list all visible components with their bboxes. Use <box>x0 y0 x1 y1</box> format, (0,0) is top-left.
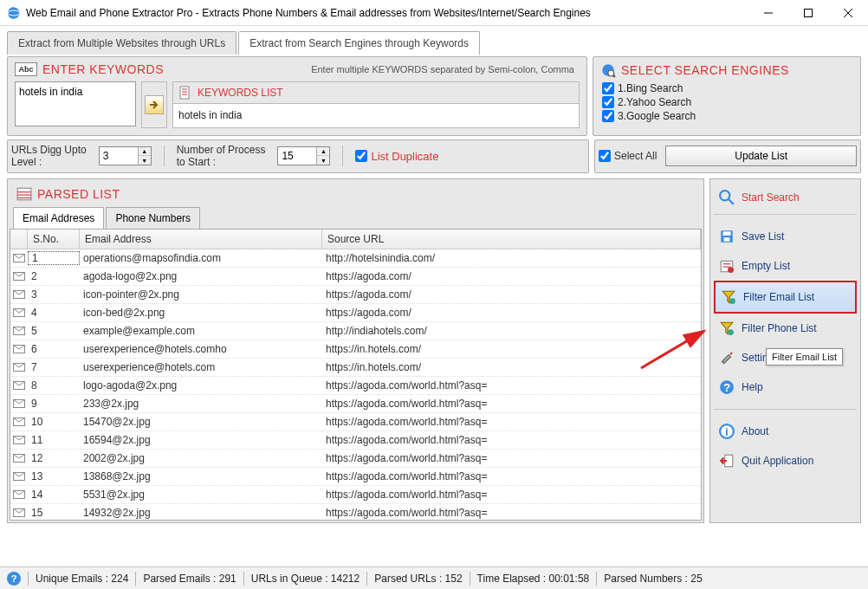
about-button[interactable]: i About <box>714 417 857 446</box>
svg-rect-3 <box>805 9 813 16</box>
cell-sno: 15 <box>28 507 80 519</box>
table-row[interactable]: 1116594@2x.jpghttps://agoda.com/world.ht… <box>10 431 701 450</box>
svg-point-32 <box>720 191 729 200</box>
tab-phone-numbers[interactable]: Phone Numbers <box>106 207 200 229</box>
minimize-button[interactable] <box>748 0 788 26</box>
envelope-icon <box>10 308 28 317</box>
titlebar: Web Email and Phone Extractor Pro - Extr… <box>0 0 868 26</box>
table-row[interactable]: 4icon-bed@2x.pnghttps://agoda.com/ <box>10 304 701 322</box>
svg-line-12 <box>613 75 615 77</box>
col-email[interactable]: Email Address <box>80 230 322 249</box>
filter-phone-list-button[interactable]: Filter Phone List <box>714 314 857 343</box>
cell-url: https://agoda.com/world.html?asq= <box>322 379 701 392</box>
table-row[interactable]: 6userexperience@hotels.comhohttps://in.h… <box>10 340 701 359</box>
digg-panel: URLs Digg Upto Level : ▲▼ Number of Proc… <box>7 139 589 173</box>
table-row[interactable]: 9233@2x.jpghttps://agoda.com/world.html?… <box>10 395 701 413</box>
svg-rect-6 <box>180 87 189 99</box>
table-row[interactable]: 5example@example.comhttp://indiahotels.c… <box>10 322 701 340</box>
digg-level-spinner[interactable]: ▲▼ <box>99 146 152 165</box>
cell-sno: 7 <box>28 361 80 373</box>
process-count-spinner[interactable]: ▲▼ <box>277 146 330 165</box>
cell-sno: 4 <box>28 307 80 319</box>
spin-up[interactable]: ▲ <box>317 147 329 156</box>
cell-sno: 11 <box>28 434 80 446</box>
table-row[interactable]: 3icon-pointer@2x.pnghttps://agoda.com/ <box>10 286 701 304</box>
empty-list-button[interactable]: Empty List <box>714 251 857 281</box>
status-time-elapsed: Time Elapsed : 00:01:58 <box>477 573 590 585</box>
cell-url: https://in.hotels.com/ <box>322 361 701 373</box>
col-url[interactable]: Source URL <box>322 230 701 249</box>
cell-sno: 14 <box>28 489 80 501</box>
cell-url: https://agoda.com/world.html?asq= <box>322 470 701 482</box>
table-row[interactable]: 1015470@2x.jpghttps://agoda.com/world.ht… <box>10 413 701 431</box>
engine-checkbox[interactable] <box>602 82 614 94</box>
quit-icon <box>719 453 735 469</box>
table-row[interactable]: 1313868@2x.jpghttps://agoda.com/world.ht… <box>10 468 701 486</box>
tab-email-addresses[interactable]: Email Addreses <box>13 207 104 229</box>
keywords-list-panel: KEYWORDS LIST hotels in india <box>172 81 580 128</box>
table-row[interactable]: 145531@2x.jpghttps://agoda.com/world.htm… <box>10 486 701 504</box>
envelope-icon <box>10 363 28 372</box>
table-row[interactable]: 8logo-agoda@2x.pnghttps://agoda.com/worl… <box>10 377 701 395</box>
process-count-input[interactable] <box>278 147 316 165</box>
select-all-checkbox[interactable] <box>599 150 611 162</box>
envelope-icon <box>10 272 28 281</box>
svg-text:?: ? <box>723 380 730 393</box>
cell-url: https://agoda.com/world.html?asq= <box>322 507 701 519</box>
spin-down[interactable]: ▼ <box>139 156 151 165</box>
svg-line-33 <box>729 199 734 204</box>
cell-sno: 13 <box>28 470 80 482</box>
cell-sno: 3 <box>28 288 80 301</box>
add-keyword-box <box>141 81 167 128</box>
cell-url: https://agoda.com/world.html?asq= <box>322 489 701 501</box>
spin-up[interactable]: ▲ <box>139 147 151 156</box>
parsed-icon <box>16 186 32 202</box>
status-unique-emails: Unique Emails : 224 <box>36 573 128 585</box>
close-button[interactable] <box>828 0 868 26</box>
table-row[interactable]: 1514932@2x.jpghttps://agoda.com/world.ht… <box>10 504 701 521</box>
cell-url: https://agoda.com/ <box>322 307 701 319</box>
search-engine-item[interactable]: 3.Google Search <box>602 109 852 123</box>
status-parsed-emails: Parsed Emails : 291 <box>143 573 236 585</box>
empty-icon <box>719 258 735 274</box>
update-list-button[interactable]: Update List <box>665 146 857 166</box>
save-icon <box>719 229 735 244</box>
engine-checkbox[interactable] <box>602 96 614 108</box>
engine-checkbox[interactable] <box>602 110 614 122</box>
settings-icon <box>719 350 735 366</box>
envelope-icon <box>10 399 28 408</box>
start-search-button[interactable]: Start Search <box>714 183 857 212</box>
cell-email: example@example.com <box>80 325 322 337</box>
maximize-button[interactable] <box>788 0 828 26</box>
filter-email-list-button[interactable]: Filter Email List <box>714 281 857 314</box>
add-keyword-button[interactable] <box>145 95 164 114</box>
help-button[interactable]: ? Help <box>714 372 857 402</box>
keywords-hint: Enter multiple KEYWORDS separated by Sem… <box>311 64 580 74</box>
keywords-list-item[interactable]: hotels in india <box>173 103 579 127</box>
tab-extract-urls[interactable]: Extract from Multiple Websites through U… <box>7 31 236 55</box>
table-row[interactable]: 7userexperience@hotels.comhttps://in.hot… <box>10 359 701 377</box>
table-row[interactable]: 1operations@mapsofindia.comhttp://hotels… <box>10 249 701 268</box>
parsed-list-panel: PARSED LIST Email Addreses Phone Numbers… <box>7 178 704 523</box>
envelope-icon <box>10 508 28 517</box>
col-sno[interactable]: S.No. <box>28 230 80 249</box>
digg-level-input[interactable] <box>100 147 138 165</box>
tab-extract-keywords[interactable]: Extract from Search Engines through Keyw… <box>238 31 480 55</box>
engine-label: 1.Bing Search <box>618 82 683 94</box>
spin-down[interactable]: ▼ <box>317 156 329 165</box>
search-engine-item[interactable]: 2.Yahoo Search <box>602 95 852 109</box>
cell-sno: 2 <box>28 270 80 282</box>
search-engine-item[interactable]: 1.Bing Search <box>602 81 852 95</box>
table-row[interactable]: 2agoda-logo@2x.pnghttps://agoda.com/ <box>10 268 701 286</box>
keywords-input[interactable]: hotels in india <box>15 81 136 126</box>
quit-button[interactable]: Quit Application <box>714 446 857 476</box>
list-duplicate-checkbox[interactable] <box>355 150 367 162</box>
grid-body[interactable]: 1operations@mapsofindia.comhttp://hotels… <box>10 249 701 521</box>
cell-url: https://agoda.com/world.html?asq= <box>322 452 701 464</box>
cell-sno: 9 <box>28 398 80 410</box>
status-parsed-numbers: Parsed Numbers : 25 <box>604 573 702 585</box>
save-list-button[interactable]: Save List <box>714 222 857 251</box>
status-help-icon[interactable]: ? <box>7 572 21 586</box>
table-row[interactable]: 122002@2x.jpghttps://agoda.com/world.htm… <box>10 450 701 468</box>
tooltip: Filter Email List <box>766 348 843 366</box>
